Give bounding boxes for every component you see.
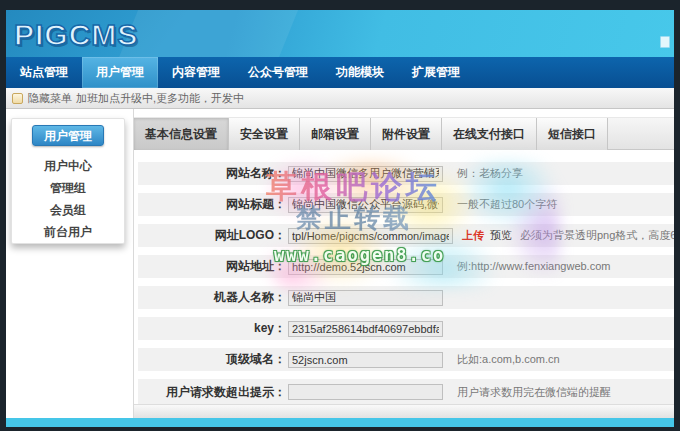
site-name-hint: 例：老杨分享 bbox=[457, 166, 523, 181]
request-limit-input[interactable] bbox=[288, 384, 443, 400]
tab-attachment[interactable]: 附件设置 bbox=[371, 118, 442, 150]
top-domain-label: 顶级域名： bbox=[138, 351, 286, 368]
nav-tab-site[interactable]: 站点管理 bbox=[6, 57, 82, 88]
form-row-site-url: 网站地址： 例:http://www.fenxiangweb.com bbox=[138, 255, 674, 278]
tab-online-payment[interactable]: 在线支付接口 bbox=[442, 118, 537, 150]
pigcms-logo: PIGCMS bbox=[14, 18, 138, 52]
site-title-input[interactable] bbox=[288, 197, 443, 213]
app-window: PIGCMS 站点管理 用户管理 内容管理 公众号管理 功能模块 扩展管理 隐藏… bbox=[0, 0, 680, 431]
sidebar-items: 用户中心 管理组 会员组 前台用户 bbox=[12, 155, 124, 243]
content-panel: 基本信息设置 安全设置 邮箱设置 附件设置 在线支付接口 短信接口 网站名称： … bbox=[133, 109, 674, 418]
nav-tab-user[interactable]: 用户管理 bbox=[82, 57, 158, 88]
key-input[interactable] bbox=[288, 321, 443, 337]
form-row-request-limit-tip: 用户请求数超出提示： 用户请求数用完在微信端的提醒 bbox=[138, 379, 674, 405]
tab-security[interactable]: 安全设置 bbox=[229, 118, 300, 150]
nav-tab-extensions[interactable]: 扩展管理 bbox=[398, 57, 474, 88]
request-limit-hint: 用户请求数用完在微信端的提醒 bbox=[457, 385, 611, 400]
header-corner-icon[interactable] bbox=[660, 36, 670, 48]
site-logo-input[interactable] bbox=[288, 228, 453, 244]
site-url-label: 网站地址： bbox=[138, 258, 286, 275]
form-row-site-title: 网站标题： 一般不超过80个字符 bbox=[138, 193, 674, 216]
form-row-key: key： bbox=[138, 317, 674, 340]
top-domain-input[interactable] bbox=[288, 352, 443, 368]
sidebar: 用户管理 用户中心 管理组 会员组 前台用户 bbox=[11, 118, 125, 244]
top-domain-hint: 比如:a.com,b.com.cn bbox=[457, 352, 560, 367]
page-body: 用户管理 用户中心 管理组 会员组 前台用户 基本信息设置 安全设置 邮箱设置 … bbox=[6, 109, 674, 418]
nav-tab-content[interactable]: 内容管理 bbox=[158, 57, 234, 88]
tab-email[interactable]: 邮箱设置 bbox=[300, 118, 371, 150]
hide-menu-link[interactable]: 隐藏菜单 bbox=[28, 91, 72, 106]
sidebar-title-user-management[interactable]: 用户管理 bbox=[32, 125, 104, 146]
tab-sms[interactable]: 短信接口 bbox=[537, 118, 608, 150]
settings-tabs: 基本信息设置 安全设置 邮箱设置 附件设置 在线支付接口 短信接口 bbox=[134, 117, 674, 150]
basic-info-form: 网站名称： 例：老杨分享 网站标题： 一般不超过80个字符 网址LOGO： 上传… bbox=[134, 162, 674, 413]
hide-menu-icon[interactable] bbox=[12, 93, 23, 104]
robot-name-label: 机器人名称： bbox=[138, 289, 286, 306]
site-logo-label: 网址LOGO： bbox=[138, 227, 286, 244]
breadcrumb: 隐藏菜单 加班加点升级中,更多功能，开发中 bbox=[6, 88, 674, 109]
site-name-input[interactable] bbox=[288, 166, 443, 182]
status-text: 加班加点升级中,更多功能，开发中 bbox=[76, 91, 244, 106]
preview-link[interactable]: 预览 bbox=[490, 228, 512, 243]
site-title-label: 网站标题： bbox=[138, 196, 286, 213]
sidebar-item-user-center[interactable]: 用户中心 bbox=[12, 155, 124, 177]
bottom-accent-bar bbox=[6, 418, 674, 427]
form-row-robot-name: 机器人名称： bbox=[138, 286, 674, 309]
nav-tab-official-account[interactable]: 公众号管理 bbox=[234, 57, 322, 88]
key-label: key： bbox=[138, 320, 286, 337]
sidebar-item-admin-group[interactable]: 管理组 bbox=[12, 177, 124, 199]
site-name-label: 网站名称： bbox=[138, 165, 286, 182]
site-title-hint: 一般不超过80个字符 bbox=[457, 197, 557, 212]
tab-basic-info[interactable]: 基本信息设置 bbox=[134, 118, 229, 150]
form-row-site-name: 网站名称： 例：老杨分享 bbox=[138, 162, 674, 185]
sidebar-item-member-group[interactable]: 会员组 bbox=[12, 199, 124, 221]
request-limit-label: 用户请求数超出提示： bbox=[138, 384, 286, 401]
header: PIGCMS bbox=[6, 10, 674, 57]
header-decor-shape bbox=[110, 10, 302, 57]
form-row-site-logo: 网址LOGO： 上传 预览 必须为背景透明png格式，高度60像素，宽度190像… bbox=[138, 224, 674, 247]
site-url-input[interactable] bbox=[288, 259, 443, 275]
site-url-hint: 例:http://www.fenxiangweb.com bbox=[457, 259, 610, 274]
form-row-top-domain: 顶级域名： 比如:a.com,b.com.cn bbox=[138, 348, 674, 371]
content-footer-strip bbox=[134, 404, 674, 418]
sidebar-item-front-users[interactable]: 前台用户 bbox=[12, 221, 124, 243]
nav-tab-modules[interactable]: 功能模块 bbox=[322, 57, 398, 88]
robot-name-input[interactable] bbox=[288, 290, 443, 306]
main-nav: 站点管理 用户管理 内容管理 公众号管理 功能模块 扩展管理 bbox=[6, 57, 674, 88]
upload-link[interactable]: 上传 bbox=[462, 228, 484, 243]
site-logo-hint: 必须为背景透明png格式，高度60像素，宽度190像素 bbox=[520, 228, 674, 243]
